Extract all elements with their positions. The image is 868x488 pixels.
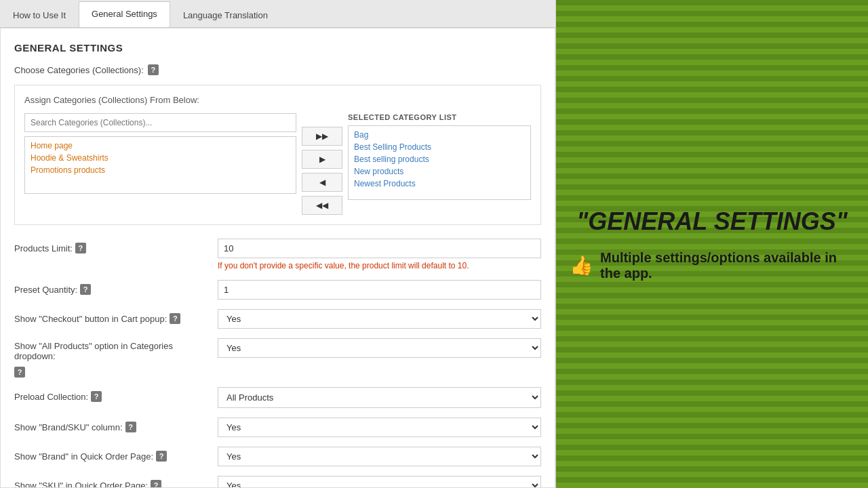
selected-list-title: SELECTED CATEGORY LIST <box>348 113 531 121</box>
tab-language-translation[interactable]: Language Translation <box>170 3 281 27</box>
preload-collection-control: All Products None <box>218 387 541 408</box>
move-right-button[interactable]: ▶ <box>302 150 342 169</box>
selected-item[interactable]: Newest Products <box>351 178 528 190</box>
products-limit-help-icon[interactable]: ? <box>75 243 86 253</box>
show-brand-sku-row: Show "Brand/SKU" column: ? Yes No <box>14 418 541 437</box>
show-checkout-control: Yes No <box>218 309 541 329</box>
show-all-products-label: Show "All Products" option in Categories… <box>14 338 211 378</box>
selected-item[interactable]: Best Selling Products <box>351 141 528 153</box>
main-panel: How to Use It General Settings Language … <box>0 0 556 488</box>
left-list-container: Home page Hoodie & Sweatshirts Promotion… <box>24 113 296 194</box>
categories-help-icon[interactable]: ? <box>148 64 159 75</box>
selected-item[interactable]: Bag <box>351 129 528 141</box>
preset-quantity-input[interactable] <box>218 280 541 300</box>
products-limit-control: If you don't provide a specific value, t… <box>218 239 541 270</box>
move-all-left-button[interactable]: ◀◀ <box>302 196 342 215</box>
tabs-bar: How to Use It General Settings Language … <box>0 0 555 28</box>
move-left-button[interactable]: ◀ <box>302 173 342 192</box>
show-checkout-label: Show "Checkout" button in Cart popup: ? <box>14 309 211 324</box>
show-all-products-row: Show "All Products" option in Categories… <box>14 338 541 378</box>
categories-list-box[interactable]: Home page Hoodie & Sweatshirts Promotion… <box>24 136 296 194</box>
show-brand-quick-select[interactable]: Yes No <box>218 447 541 466</box>
sidebar-title: "GENERAL SETTINGS" <box>576 207 848 236</box>
products-limit-input[interactable] <box>218 239 541 258</box>
show-sku-quick-help-icon[interactable]: ? <box>151 480 161 488</box>
arrow-buttons: ▶▶ ▶ ◀ ◀◀ <box>302 113 342 215</box>
tab-general-settings[interactable]: General Settings <box>79 1 170 27</box>
products-limit-label: Products Limit: ? <box>14 239 211 253</box>
selected-list-box[interactable]: Bag Best Selling Products Best selling p… <box>348 125 531 200</box>
show-brand-sku-help-icon[interactable]: ? <box>125 422 136 432</box>
show-brand-quick-help-icon[interactable]: ? <box>156 451 167 462</box>
preload-collection-select[interactable]: All Products None <box>218 387 541 408</box>
preset-quantity-row: Preset Quantity: ? <box>14 280 541 300</box>
products-limit-row: Products Limit: ? If you don't provide a… <box>14 239 541 270</box>
show-sku-quick-row: Show "SKU" in Quick Order Page: ? Yes No <box>14 476 541 488</box>
show-sku-quick-select[interactable]: Yes No <box>218 476 541 488</box>
selected-item[interactable]: New products <box>351 165 528 178</box>
show-all-products-select[interactable]: Yes No <box>218 338 541 358</box>
sidebar-panel: "GENERAL SETTINGS" 👍 Multiple settings/o… <box>556 0 868 488</box>
show-brand-sku-label: Show "Brand/SKU" column: ? <box>14 418 211 432</box>
content-area: GENERAL SETTINGS Choose Categories (Coll… <box>0 28 555 488</box>
show-brand-quick-control: Yes No <box>218 447 541 466</box>
show-sku-quick-control: Yes No <box>218 476 541 488</box>
tab-how-to-use[interactable]: How to Use It <box>0 3 79 27</box>
selected-list-container: SELECTED CATEGORY LIST Bag Best Selling … <box>348 113 531 200</box>
hand-icon: 👍 <box>570 254 593 277</box>
show-sku-quick-label: Show "SKU" in Quick Order Page: ? <box>14 476 211 488</box>
assign-label: Assign Categories (Collections) From Bel… <box>24 95 531 105</box>
selected-item[interactable]: Best selling products <box>351 153 528 165</box>
show-brand-quick-row: Show "Brand" in Quick Order Page: ? Yes … <box>14 447 541 466</box>
section-title: GENERAL SETTINGS <box>14 42 541 54</box>
categories-section: Assign Categories (Collections) From Bel… <box>14 85 541 225</box>
preset-quantity-label: Preset Quantity: ? <box>14 280 211 295</box>
preload-collection-row: Preload Collection: ? All Products None <box>14 387 541 408</box>
show-brand-quick-label: Show "Brand" in Quick Order Page: ? <box>14 447 211 462</box>
move-all-right-button[interactable]: ▶▶ <box>302 127 342 146</box>
show-all-products-help-icon[interactable]: ? <box>14 367 25 378</box>
list-item[interactable]: Hoodie & Sweatshirts <box>28 152 293 164</box>
preload-collection-label: Preload Collection: ? <box>14 387 211 402</box>
show-all-products-control: Yes No <box>218 338 541 358</box>
categories-heading-label: Choose Categories (Collections): <box>14 65 144 75</box>
list-item[interactable]: Home page <box>28 140 293 152</box>
show-checkout-select[interactable]: Yes No <box>218 309 541 329</box>
list-item[interactable]: Promotions products <box>28 164 293 176</box>
show-brand-sku-select[interactable]: Yes No <box>218 418 541 437</box>
preset-quantity-help-icon[interactable]: ? <box>80 284 91 295</box>
preload-collection-help-icon[interactable]: ? <box>91 391 102 402</box>
show-checkout-row: Show "Checkout" button in Cart popup: ? … <box>14 309 541 329</box>
show-brand-sku-control: Yes No <box>218 418 541 437</box>
search-categories-input[interactable] <box>24 113 296 132</box>
sidebar-subtitle: 👍 Multiple settings/options available in… <box>570 250 854 281</box>
show-checkout-help-icon[interactable]: ? <box>170 313 180 324</box>
categories-layout: Home page Hoodie & Sweatshirts Promotion… <box>24 113 531 215</box>
products-limit-warning: If you don't provide a specific value, t… <box>218 261 541 270</box>
preset-quantity-control <box>218 280 541 300</box>
